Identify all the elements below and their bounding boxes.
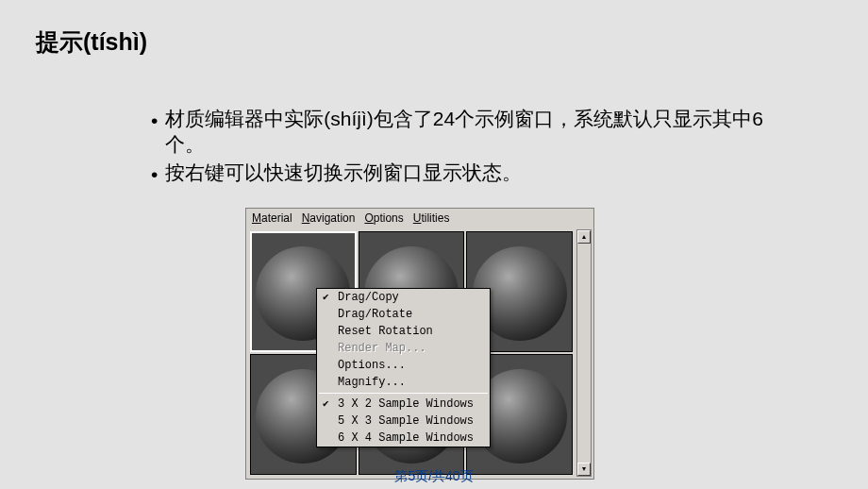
vertical-scrollbar[interactable]: ▴ ▾ xyxy=(576,229,592,477)
context-menu: ✔ Drag/Copy Drag/Rotate Reset Rotation R… xyxy=(316,288,491,447)
menu-item-3x2[interactable]: ✔ 3 X 2 Sample Windows xyxy=(317,396,490,413)
menu-item-label: 3 X 2 Sample Windows xyxy=(338,397,474,411)
menu-item-label: Magnify... xyxy=(338,376,406,389)
menu-options[interactable]: Options xyxy=(364,211,403,225)
bullet-text: 材质编辑器中实际(shíjì)包含了24个示例窗口，系统默认只显示其中6个。 xyxy=(165,106,793,158)
menu-item-label: 6 X 4 Sample Windows xyxy=(338,431,474,445)
page-footer: 第5页/共40页 xyxy=(0,468,868,485)
scroll-up-button[interactable]: ▴ xyxy=(577,230,591,244)
menu-item-6x4[interactable]: 6 X 4 Sample Windows xyxy=(317,430,490,447)
menu-item-reset-rotation[interactable]: Reset Rotation xyxy=(317,323,490,340)
check-icon: ✔ xyxy=(323,397,329,410)
menu-item-label: Reset Rotation xyxy=(338,325,433,338)
menu-item-label: Drag/Rotate xyxy=(338,308,412,321)
menu-material[interactable]: Material xyxy=(252,211,292,225)
menu-navigation[interactable]: Navigation xyxy=(302,211,356,225)
menu-item-drag-copy[interactable]: ✔ Drag/Copy xyxy=(317,289,490,306)
menu-item-render-map: Render Map... xyxy=(317,340,490,357)
bullet-item: • 材质编辑器中实际(shíjì)包含了24个示例窗口，系统默认只显示其中6个。 xyxy=(151,106,793,158)
menu-item-options[interactable]: Options... xyxy=(317,357,490,374)
bullet-list: • 材质编辑器中实际(shíjì)包含了24个示例窗口，系统默认只显示其中6个。… xyxy=(151,106,793,189)
bullet-dot-icon: • xyxy=(151,161,158,187)
menu-item-5x3[interactable]: 5 X 3 Sample Windows xyxy=(317,413,490,430)
menu-item-label: Options... xyxy=(338,359,406,372)
menu-item-drag-rotate[interactable]: Drag/Rotate xyxy=(317,306,490,323)
bullet-dot-icon: • xyxy=(151,108,158,133)
bullet-item: • 按右键可以快速切换示例窗口显示状态。 xyxy=(151,160,793,187)
menu-item-label: 5 X 3 Sample Windows xyxy=(338,414,474,428)
menu-item-label: Drag/Copy xyxy=(338,291,399,304)
menu-item-label: Render Map... xyxy=(338,342,426,355)
slide-title: 提示(tíshì) xyxy=(36,26,147,58)
menu-item-magnify[interactable]: Magnify... xyxy=(317,374,490,391)
check-icon: ✔ xyxy=(323,291,329,303)
menubar: Material Navigation Options Utilities xyxy=(246,209,593,228)
bullet-text: 按右键可以快速切换示例窗口显示状态。 xyxy=(165,160,522,185)
menu-utilities[interactable]: Utilities xyxy=(413,211,450,225)
menu-separator xyxy=(319,393,488,394)
